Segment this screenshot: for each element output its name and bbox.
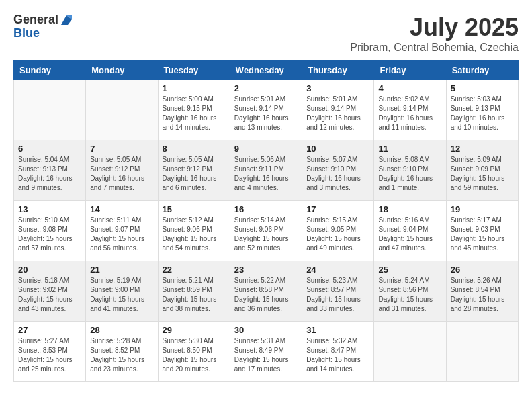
day-number: 28: [90, 325, 153, 335]
day-number: 7: [90, 144, 153, 154]
day-info: Sunrise: 5:06 AM Sunset: 9:11 PM Dayligh…: [234, 155, 298, 193]
day-info: Sunrise: 5:05 AM Sunset: 9:12 PM Dayligh…: [90, 155, 153, 193]
day-info: Sunrise: 5:11 AM Sunset: 9:07 PM Dayligh…: [90, 216, 153, 253]
day-number: 5: [451, 83, 514, 93]
table-row: 8Sunrise: 5:05 AM Sunset: 9:12 PM Daylig…: [158, 140, 230, 201]
table-row: 17Sunrise: 5:15 AM Sunset: 9:05 PM Dayli…: [302, 201, 374, 261]
table-row: 24Sunrise: 5:23 AM Sunset: 8:57 PM Dayli…: [302, 261, 374, 322]
day-info: Sunrise: 5:09 AM Sunset: 9:09 PM Dayligh…: [451, 155, 514, 193]
table-row: [86, 80, 158, 140]
day-info: Sunrise: 5:07 AM Sunset: 9:10 PM Dayligh…: [306, 155, 369, 193]
day-number: 12: [451, 144, 514, 154]
table-row: 30Sunrise: 5:31 AM Sunset: 8:49 PM Dayli…: [230, 322, 302, 382]
day-info: Sunrise: 5:19 AM Sunset: 9:00 PM Dayligh…: [90, 276, 153, 314]
day-number: 24: [306, 265, 369, 275]
table-row: 7Sunrise: 5:05 AM Sunset: 9:12 PM Daylig…: [86, 140, 158, 201]
calendar-week-row: 13Sunrise: 5:10 AM Sunset: 9:08 PM Dayli…: [14, 201, 519, 261]
calendar-week-row: 27Sunrise: 5:27 AM Sunset: 8:53 PM Dayli…: [14, 322, 519, 382]
table-row: 27Sunrise: 5:27 AM Sunset: 8:53 PM Dayli…: [14, 322, 86, 382]
table-row: 4Sunrise: 5:02 AM Sunset: 9:14 PM Daylig…: [374, 80, 446, 140]
day-info: Sunrise: 5:15 AM Sunset: 9:05 PM Dayligh…: [306, 216, 369, 253]
table-row: 3Sunrise: 5:01 AM Sunset: 9:14 PM Daylig…: [302, 80, 374, 140]
day-number: 30: [234, 325, 298, 335]
day-number: 10: [306, 144, 369, 154]
calendar-table: Sunday Monday Tuesday Wednesday Thursday…: [13, 60, 519, 382]
day-number: 29: [163, 325, 226, 335]
day-number: 27: [18, 325, 81, 335]
table-row: 21Sunrise: 5:19 AM Sunset: 9:00 PM Dayli…: [86, 261, 158, 322]
day-number: 31: [306, 325, 369, 335]
day-info: Sunrise: 5:00 AM Sunset: 9:15 PM Dayligh…: [163, 95, 226, 132]
day-number: 2: [234, 83, 298, 93]
header-wednesday: Wednesday: [230, 61, 302, 80]
table-row: 14Sunrise: 5:11 AM Sunset: 9:07 PM Dayli…: [86, 201, 158, 261]
day-number: 20: [18, 265, 81, 275]
table-row: 5Sunrise: 5:03 AM Sunset: 9:13 PM Daylig…: [446, 80, 518, 140]
day-info: Sunrise: 5:18 AM Sunset: 9:02 PM Dayligh…: [18, 276, 81, 314]
logo-icon: [60, 13, 73, 26]
header-saturday: Saturday: [446, 61, 518, 80]
table-row: 31Sunrise: 5:32 AM Sunset: 8:47 PM Dayli…: [302, 322, 374, 382]
day-info: Sunrise: 5:05 AM Sunset: 9:12 PM Dayligh…: [163, 155, 226, 193]
location: Pribram, Central Bohemia, Czechia: [350, 42, 519, 54]
day-info: Sunrise: 5:03 AM Sunset: 9:13 PM Dayligh…: [451, 95, 514, 132]
table-row: 13Sunrise: 5:10 AM Sunset: 9:08 PM Dayli…: [14, 201, 86, 261]
day-number: 14: [90, 204, 153, 214]
table-row: 20Sunrise: 5:18 AM Sunset: 9:02 PM Dayli…: [14, 261, 86, 322]
month-title: July 2025: [350, 13, 519, 42]
day-number: 17: [306, 204, 369, 214]
logo: General Blue: [13, 13, 73, 40]
logo-blue-text: Blue: [13, 27, 73, 40]
day-number: 15: [163, 204, 226, 214]
table-row: 26Sunrise: 5:26 AM Sunset: 8:54 PM Dayli…: [446, 261, 518, 322]
day-info: Sunrise: 5:16 AM Sunset: 9:04 PM Dayligh…: [378, 216, 441, 253]
day-number: 16: [234, 204, 298, 214]
day-info: Sunrise: 5:27 AM Sunset: 8:53 PM Dayligh…: [18, 336, 81, 374]
calendar-week-row: 1Sunrise: 5:00 AM Sunset: 9:15 PM Daylig…: [14, 80, 519, 140]
table-row: 1Sunrise: 5:00 AM Sunset: 9:15 PM Daylig…: [158, 80, 230, 140]
header-friday: Friday: [374, 61, 446, 80]
table-row: 19Sunrise: 5:17 AM Sunset: 9:03 PM Dayli…: [446, 201, 518, 261]
header-tuesday: Tuesday: [158, 61, 230, 80]
day-number: 26: [451, 265, 514, 275]
table-row: 25Sunrise: 5:24 AM Sunset: 8:56 PM Dayli…: [374, 261, 446, 322]
day-info: Sunrise: 5:04 AM Sunset: 9:13 PM Dayligh…: [18, 155, 81, 193]
day-info: Sunrise: 5:21 AM Sunset: 8:59 PM Dayligh…: [163, 276, 226, 314]
day-number: 22: [163, 265, 226, 275]
day-info: Sunrise: 5:01 AM Sunset: 9:14 PM Dayligh…: [306, 95, 369, 132]
header-sunday: Sunday: [14, 61, 86, 80]
day-number: 11: [378, 144, 441, 154]
calendar-week-row: 6Sunrise: 5:04 AM Sunset: 9:13 PM Daylig…: [14, 140, 519, 201]
logo-general-text: General: [13, 13, 58, 27]
calendar-week-row: 20Sunrise: 5:18 AM Sunset: 9:02 PM Dayli…: [14, 261, 519, 322]
day-number: 19: [451, 204, 514, 214]
day-number: 23: [234, 265, 298, 275]
table-row: 28Sunrise: 5:28 AM Sunset: 8:52 PM Dayli…: [86, 322, 158, 382]
day-info: Sunrise: 5:30 AM Sunset: 8:50 PM Dayligh…: [163, 336, 226, 374]
header-monday: Monday: [86, 61, 158, 80]
table-row: 2Sunrise: 5:01 AM Sunset: 9:14 PM Daylig…: [230, 80, 302, 140]
day-info: Sunrise: 5:28 AM Sunset: 8:52 PM Dayligh…: [90, 336, 153, 374]
table-row: 9Sunrise: 5:06 AM Sunset: 9:11 PM Daylig…: [230, 140, 302, 201]
table-row: 16Sunrise: 5:14 AM Sunset: 9:06 PM Dayli…: [230, 201, 302, 261]
day-number: 4: [378, 83, 441, 93]
table-row: [14, 80, 86, 140]
day-info: Sunrise: 5:23 AM Sunset: 8:57 PM Dayligh…: [306, 276, 369, 314]
header-thursday: Thursday: [302, 61, 374, 80]
day-info: Sunrise: 5:10 AM Sunset: 9:08 PM Dayligh…: [18, 216, 81, 253]
day-info: Sunrise: 5:12 AM Sunset: 9:06 PM Dayligh…: [163, 216, 226, 253]
day-number: 25: [378, 265, 441, 275]
table-row: 12Sunrise: 5:09 AM Sunset: 9:09 PM Dayli…: [446, 140, 518, 201]
table-row: [446, 322, 518, 382]
title-area: July 2025 Pribram, Central Bohemia, Czec…: [350, 13, 519, 54]
table-row: [374, 322, 446, 382]
day-info: Sunrise: 5:08 AM Sunset: 9:10 PM Dayligh…: [378, 155, 441, 193]
table-row: 22Sunrise: 5:21 AM Sunset: 8:59 PM Dayli…: [158, 261, 230, 322]
day-number: 18: [378, 204, 441, 214]
day-number: 1: [163, 83, 226, 93]
day-number: 9: [234, 144, 298, 154]
day-number: 21: [90, 265, 153, 275]
table-row: 10Sunrise: 5:07 AM Sunset: 9:10 PM Dayli…: [302, 140, 374, 201]
day-number: 6: [18, 144, 81, 154]
table-row: 23Sunrise: 5:22 AM Sunset: 8:58 PM Dayli…: [230, 261, 302, 322]
